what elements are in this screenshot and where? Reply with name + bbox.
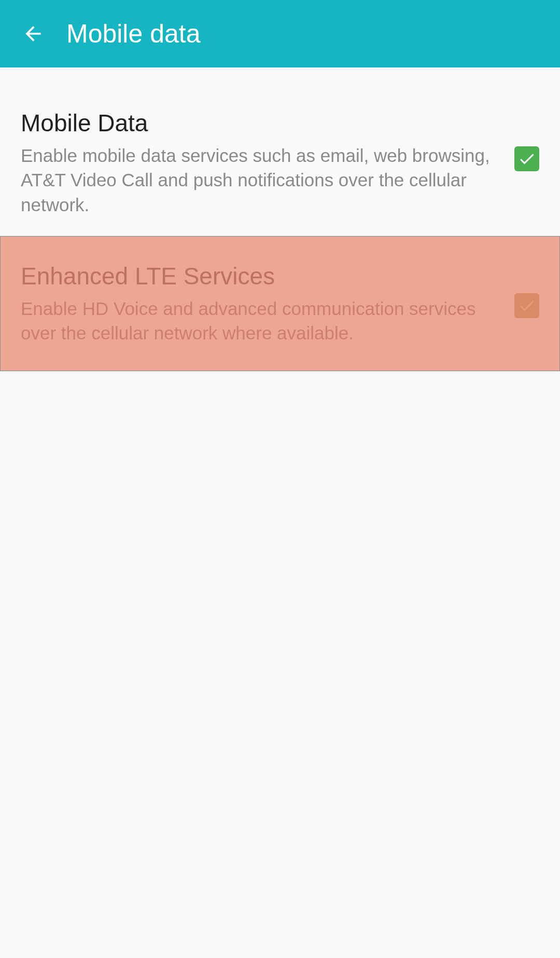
setting-description: Enable HD Voice and advanced communica­t… [21,296,499,346]
setting-title: Enhanced LTE Services [21,262,499,290]
setting-description: Enable mobile data services such as emai… [21,143,499,217]
setting-title: Mobile Data [21,109,499,137]
check-icon [517,149,536,168]
checkbox-checked [514,146,539,171]
setting-enhanced-lte[interactable]: Enhanced LTE Services Enable HD Voice an… [0,236,560,372]
check-icon [517,296,536,315]
setting-text-block: Enhanced LTE Services Enable HD Voice an… [21,262,514,346]
setting-text-block: Mobile Data Enable mobile data services … [21,109,514,217]
app-header: Mobile data [0,0,560,67]
back-button[interactable] [21,21,46,46]
mobile-data-checkbox[interactable] [514,146,539,171]
arrow-left-icon [22,22,45,45]
checkbox-checked [514,293,539,318]
settings-list: Mobile Data Enable mobile data services … [0,67,560,372]
setting-mobile-data[interactable]: Mobile Data Enable mobile data services … [0,93,560,236]
page-title: Mobile data [66,19,201,49]
enhanced-lte-checkbox[interactable] [514,293,539,318]
